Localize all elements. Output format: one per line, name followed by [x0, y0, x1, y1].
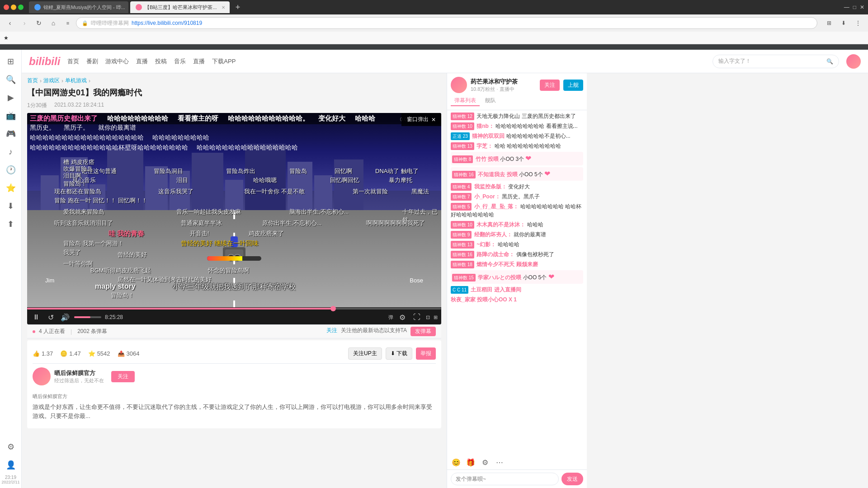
sidebar-download[interactable]: ⬇ [3, 198, 19, 214]
bili-logo[interactable]: bilibili [29, 55, 60, 68]
chat-more-icon[interactable]: ⋯ [494, 457, 505, 468]
bili-search-icon[interactable]: 🔍 [826, 58, 833, 65]
chat-send-btn[interactable]: 发送 [561, 473, 583, 485]
sidebar-settings[interactable]: ⚙ [3, 439, 19, 455]
chat-input-field[interactable] [451, 473, 559, 485]
menu-btn[interactable]: ⋮ [852, 17, 864, 29]
chat-tab-guards[interactable]: 舰队 [481, 96, 500, 106]
send-danmaku-btn[interactable]: 发弹幕 [410, 327, 436, 336]
nav-live2[interactable]: 直播 [193, 57, 205, 66]
follow-link[interactable]: 关注 [326, 327, 337, 336]
favorite-btn[interactable]: ⭐ 5542 [88, 350, 110, 357]
nav-upload[interactable]: 投稿 [155, 57, 167, 66]
nav-download-app[interactable]: 下载APP [212, 57, 236, 66]
bookmark-live2d-tutorial[interactable] [92, 37, 95, 39]
volume-btn[interactable]: 🔊 [60, 313, 71, 322]
breadcrumb-subcategory[interactable]: 单机游戏 [65, 77, 87, 84]
miniplayer-btn[interactable]: ⊞ [434, 314, 438, 320]
tab-1-label: 锦鲤_夏斯燕Musiya的个人空间 - 哔... [43, 4, 125, 11]
coin-btn[interactable]: 🪙 1.47 [60, 350, 80, 357]
sidebar-music[interactable]: ♪ [3, 144, 19, 160]
nav-live[interactable]: 直播 [136, 57, 148, 66]
bookmark-scp[interactable] [56, 37, 59, 39]
new-tab-btn[interactable]: + [231, 2, 244, 13]
uploader-avatar[interactable] [33, 367, 51, 385]
chat-badge-6: 猫神数 16 [452, 171, 476, 178]
bookmark-shuqian[interactable] [12, 37, 16, 39]
bookmark-acfun[interactable] [41, 37, 45, 39]
bookmark-alipay[interactable] [63, 37, 66, 39]
sidebar-upload[interactable]: ⬆ [3, 216, 19, 232]
bookmark-painting[interactable] [77, 37, 81, 39]
sidebar-search[interactable]: 🔍 [3, 71, 19, 88]
chat-emoji-icon[interactable]: 😊 [451, 457, 462, 468]
sidebar-home[interactable]: ⊞ [3, 53, 19, 70]
forward-btn[interactable]: › [18, 17, 31, 29]
chat-settings-icon[interactable]: ⚙ [480, 457, 491, 468]
volume-slider[interactable] [74, 316, 101, 318]
downloads-btn[interactable]: ⬇ [837, 17, 850, 29]
follow-up-btn[interactable]: 关注UP主 [348, 347, 382, 360]
video-section: 首页 › 游戏区 › 单机游戏 › 【中国网游史01】我的网瘾时代 1分30播 … [22, 73, 447, 488]
download-btn[interactable]: ⬇ 下载 [386, 347, 412, 360]
nav-game-center[interactable]: 游戏中心 [105, 57, 129, 66]
bookmark-taobao[interactable] [70, 37, 74, 39]
bookmark-rpg[interactable] [99, 37, 103, 39]
sidebar-game[interactable]: 🎮 [3, 126, 19, 142]
breadcrumb-home[interactable]: 首页 [27, 77, 38, 84]
window-control-minimize[interactable]: — [844, 4, 849, 10]
bookmark-mobile[interactable] [19, 37, 23, 39]
bookmark-bar-btn[interactable]: ≡ [61, 17, 74, 29]
tab-1[interactable]: 锦鲤_夏斯燕Musiya的个人空间 - 哔... ✕ [29, 1, 128, 13]
bookmark-tencent[interactable] [27, 37, 30, 39]
report-btn[interactable]: 举报 [416, 347, 436, 360]
uploader-followers: 经过筛选后，无处不在 [54, 377, 104, 384]
chat-input-area: 发送 [447, 469, 587, 488]
breadcrumb-category[interactable]: 游戏区 [43, 77, 60, 84]
back-btn[interactable]: ‹ [4, 17, 16, 29]
tab-2-close[interactable]: ✕ [222, 5, 225, 10]
share-btn[interactable]: 📤 3064 [118, 350, 140, 357]
refresh-btn[interactable]: ↻ [33, 17, 45, 29]
tab-2[interactable]: 【B站三度】哈芒果冰和守护茶... ✕ [130, 1, 230, 13]
chat-gift-icon[interactable]: 🎁 [465, 457, 476, 468]
chat-tab-danmaku[interactable]: 弹幕列表 [451, 96, 480, 106]
settings-btn[interactable]: ⚙ [397, 313, 408, 322]
play-pause-btn[interactable]: ⏸ [31, 313, 42, 321]
sidebar-anime[interactable]: ▶ [3, 89, 19, 106]
bookmark-live2d-official[interactable] [85, 37, 88, 39]
window-close-btn[interactable] [4, 5, 9, 10]
extensions-btn[interactable]: ⊞ [823, 17, 835, 29]
bookmark-exam[interactable] [48, 37, 52, 39]
like-btn[interactable]: 👍 1.37 [33, 350, 53, 357]
window-control-close[interactable]: ✕ [860, 4, 864, 10]
home-btn[interactable]: ⌂ [47, 17, 60, 29]
nav-music[interactable]: 音乐 [174, 57, 186, 66]
window-maximize-btn[interactable] [18, 5, 24, 10]
sidebar-history[interactable]: 🕐 [3, 162, 19, 178]
window-control-restore[interactable]: □ [853, 4, 856, 10]
replay-btn[interactable]: ↺ [45, 313, 56, 322]
nav-anime[interactable]: 番剧 [86, 57, 98, 66]
bookmark-bili[interactable] [34, 37, 38, 39]
popup-close[interactable]: ✕ [431, 117, 436, 123]
streamer-avatar[interactable] [451, 77, 467, 93]
guard-btn[interactable]: 上舰 [563, 80, 583, 91]
subscribe-btn[interactable]: 关注 [111, 371, 135, 382]
uploader-name[interactable]: 晒后保鲜膜官方 [54, 369, 104, 377]
progress-container[interactable] [27, 307, 441, 310]
sidebar-live[interactable]: 📺 [3, 108, 19, 124]
fullscreen-btn[interactable]: ⛶ [411, 313, 422, 321]
popup-notification: 窗口弹出 ✕ [401, 113, 441, 126]
progress-track[interactable] [27, 308, 441, 310]
address-bar[interactable]: 🔒 哔哩哔哩弹幕网 https://live.bilibili.com/9108… [76, 17, 817, 29]
nav-home[interactable]: 首页 [67, 57, 79, 66]
follow-streamer-btn[interactable]: 关注 [540, 80, 560, 91]
bookmarks-bar: ★ [0, 32, 868, 44]
sidebar-favorite[interactable]: ⭐ [3, 180, 19, 196]
user-avatar[interactable] [846, 54, 861, 69]
theater-btn[interactable]: ⊡ [426, 314, 430, 320]
bili-search-bar[interactable]: 输入字文了！ 🔍 [712, 55, 839, 68]
window-minimize-btn[interactable] [11, 5, 16, 10]
sidebar-user[interactable]: 👤 [3, 457, 19, 473]
